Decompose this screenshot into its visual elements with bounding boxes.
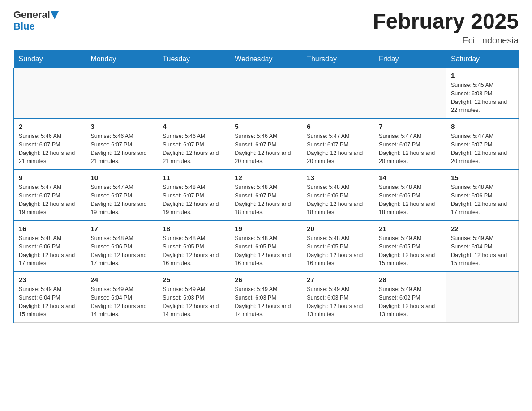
- header-row: SundayMondayTuesdayWednesdayThursdayFrid…: [14, 51, 519, 68]
- calendar-cell: [14, 68, 86, 119]
- header-day-wednesday: Wednesday: [230, 51, 302, 68]
- header-day-saturday: Saturday: [446, 51, 519, 68]
- day-number: 22: [451, 225, 514, 232]
- header-day-thursday: Thursday: [302, 51, 374, 68]
- calendar-cell: 10Sunrise: 5:47 AM Sunset: 6:07 PM Dayli…: [86, 170, 158, 221]
- day-number: 21: [379, 225, 442, 232]
- week-row-1: 1Sunrise: 5:45 AM Sunset: 6:08 PM Daylig…: [14, 68, 519, 119]
- day-number: 4: [163, 123, 225, 130]
- day-number: 20: [307, 225, 369, 232]
- calendar-cell: 5Sunrise: 5:46 AM Sunset: 6:07 PM Daylig…: [230, 119, 302, 170]
- week-row-3: 9Sunrise: 5:47 AM Sunset: 6:07 PM Daylig…: [14, 170, 519, 221]
- day-info: Sunrise: 5:46 AM Sunset: 6:07 PM Dayligh…: [163, 132, 225, 166]
- header-day-monday: Monday: [86, 51, 158, 68]
- page-header: General Blue February 2025 Eci, Indonesi…: [13, 9, 519, 46]
- day-number: 28: [379, 276, 442, 283]
- calendar-subtitle: Eci, Indonesia: [373, 35, 519, 46]
- day-info: Sunrise: 5:49 AM Sunset: 6:03 PM Dayligh…: [235, 285, 297, 319]
- calendar-cell: [446, 272, 519, 323]
- calendar-cell: 15Sunrise: 5:48 AM Sunset: 6:06 PM Dayli…: [446, 170, 519, 221]
- calendar-cell: 3Sunrise: 5:46 AM Sunset: 6:07 PM Daylig…: [86, 119, 158, 170]
- day-info: Sunrise: 5:47 AM Sunset: 6:07 PM Dayligh…: [90, 183, 153, 217]
- day-number: 17: [90, 225, 153, 232]
- day-info: Sunrise: 5:49 AM Sunset: 6:04 PM Dayligh…: [451, 234, 514, 268]
- day-number: 27: [307, 276, 369, 283]
- day-number: 18: [163, 225, 225, 232]
- day-number: 1: [451, 72, 514, 79]
- day-info: Sunrise: 5:49 AM Sunset: 6:03 PM Dayligh…: [163, 285, 225, 319]
- day-info: Sunrise: 5:47 AM Sunset: 6:07 PM Dayligh…: [307, 132, 369, 166]
- day-number: 3: [90, 123, 153, 130]
- day-info: Sunrise: 5:49 AM Sunset: 6:03 PM Dayligh…: [307, 285, 369, 319]
- day-info: Sunrise: 5:48 AM Sunset: 6:07 PM Dayligh…: [235, 183, 297, 217]
- day-number: 5: [235, 123, 297, 130]
- day-info: Sunrise: 5:48 AM Sunset: 6:06 PM Dayligh…: [379, 183, 442, 217]
- calendar-cell: 14Sunrise: 5:48 AM Sunset: 6:06 PM Dayli…: [374, 170, 446, 221]
- day-info: Sunrise: 5:49 AM Sunset: 6:05 PM Dayligh…: [379, 234, 442, 268]
- day-number: 16: [19, 225, 81, 232]
- day-info: Sunrise: 5:48 AM Sunset: 6:06 PM Dayligh…: [19, 234, 81, 268]
- calendar-title: February 2025: [373, 9, 519, 34]
- calendar-cell: 24Sunrise: 5:49 AM Sunset: 6:04 PM Dayli…: [86, 272, 158, 323]
- header-day-friday: Friday: [374, 51, 446, 68]
- calendar-body: 1Sunrise: 5:45 AM Sunset: 6:08 PM Daylig…: [14, 68, 519, 323]
- day-info: Sunrise: 5:48 AM Sunset: 6:07 PM Dayligh…: [163, 183, 225, 217]
- day-number: 7: [379, 123, 442, 130]
- day-number: 23: [19, 276, 81, 283]
- calendar-cell: [374, 68, 446, 119]
- day-info: Sunrise: 5:46 AM Sunset: 6:07 PM Dayligh…: [90, 132, 153, 166]
- day-number: 12: [235, 174, 297, 181]
- calendar-cell: 9Sunrise: 5:47 AM Sunset: 6:07 PM Daylig…: [14, 170, 86, 221]
- day-info: Sunrise: 5:46 AM Sunset: 6:07 PM Dayligh…: [19, 132, 81, 166]
- day-number: 6: [307, 123, 369, 130]
- calendar-cell: 13Sunrise: 5:48 AM Sunset: 6:06 PM Dayli…: [302, 170, 374, 221]
- day-number: 19: [235, 225, 297, 232]
- calendar-cell: 18Sunrise: 5:48 AM Sunset: 6:05 PM Dayli…: [158, 221, 230, 272]
- day-info: Sunrise: 5:48 AM Sunset: 6:06 PM Dayligh…: [451, 183, 514, 217]
- logo-blue-text: Blue: [13, 21, 35, 32]
- day-info: Sunrise: 5:49 AM Sunset: 6:04 PM Dayligh…: [19, 285, 81, 319]
- calendar-cell: 11Sunrise: 5:48 AM Sunset: 6:07 PM Dayli…: [158, 170, 230, 221]
- logo-general-text: General: [13, 9, 50, 21]
- calendar-cell: 4Sunrise: 5:46 AM Sunset: 6:07 PM Daylig…: [158, 119, 230, 170]
- day-info: Sunrise: 5:48 AM Sunset: 6:06 PM Dayligh…: [90, 234, 153, 268]
- day-info: Sunrise: 5:49 AM Sunset: 6:02 PM Dayligh…: [379, 285, 442, 319]
- calendar-cell: 19Sunrise: 5:48 AM Sunset: 6:05 PM Dayli…: [230, 221, 302, 272]
- day-info: Sunrise: 5:48 AM Sunset: 6:06 PM Dayligh…: [307, 183, 369, 217]
- week-row-4: 16Sunrise: 5:48 AM Sunset: 6:06 PM Dayli…: [14, 221, 519, 272]
- calendar-cell: 28Sunrise: 5:49 AM Sunset: 6:02 PM Dayli…: [374, 272, 446, 323]
- header-day-sunday: Sunday: [14, 51, 86, 68]
- calendar-cell: 1Sunrise: 5:45 AM Sunset: 6:08 PM Daylig…: [446, 68, 519, 119]
- day-info: Sunrise: 5:46 AM Sunset: 6:07 PM Dayligh…: [235, 132, 297, 166]
- calendar-cell: 26Sunrise: 5:49 AM Sunset: 6:03 PM Dayli…: [230, 272, 302, 323]
- day-info: Sunrise: 5:47 AM Sunset: 6:07 PM Dayligh…: [379, 132, 442, 166]
- day-number: 13: [307, 174, 369, 181]
- calendar-cell: 8Sunrise: 5:47 AM Sunset: 6:07 PM Daylig…: [446, 119, 519, 170]
- calendar-cell: 22Sunrise: 5:49 AM Sunset: 6:04 PM Dayli…: [446, 221, 519, 272]
- calendar-cell: 2Sunrise: 5:46 AM Sunset: 6:07 PM Daylig…: [14, 119, 86, 170]
- week-row-5: 23Sunrise: 5:49 AM Sunset: 6:04 PM Dayli…: [14, 272, 519, 323]
- header-day-tuesday: Tuesday: [158, 51, 230, 68]
- calendar-cell: 27Sunrise: 5:49 AM Sunset: 6:03 PM Dayli…: [302, 272, 374, 323]
- day-number: 10: [90, 174, 153, 181]
- calendar-cell: 17Sunrise: 5:48 AM Sunset: 6:06 PM Dayli…: [86, 221, 158, 272]
- day-info: Sunrise: 5:48 AM Sunset: 6:05 PM Dayligh…: [235, 234, 297, 268]
- calendar-cell: 6Sunrise: 5:47 AM Sunset: 6:07 PM Daylig…: [302, 119, 374, 170]
- calendar-cell: 23Sunrise: 5:49 AM Sunset: 6:04 PM Dayli…: [14, 272, 86, 323]
- calendar-cell: [302, 68, 374, 119]
- day-number: 9: [19, 174, 81, 181]
- day-number: 14: [379, 174, 442, 181]
- day-info: Sunrise: 5:48 AM Sunset: 6:05 PM Dayligh…: [307, 234, 369, 268]
- svg-marker-0: [51, 11, 59, 19]
- week-row-2: 2Sunrise: 5:46 AM Sunset: 6:07 PM Daylig…: [14, 119, 519, 170]
- day-info: Sunrise: 5:48 AM Sunset: 6:05 PM Dayligh…: [163, 234, 225, 268]
- calendar-table: SundayMondayTuesdayWednesdayThursdayFrid…: [13, 50, 519, 323]
- calendar-cell: [230, 68, 302, 119]
- day-number: 2: [19, 123, 81, 130]
- day-info: Sunrise: 5:45 AM Sunset: 6:08 PM Dayligh…: [451, 81, 514, 115]
- calendar-cell: 12Sunrise: 5:48 AM Sunset: 6:07 PM Dayli…: [230, 170, 302, 221]
- day-number: 15: [451, 174, 514, 181]
- logo: General Blue: [13, 9, 59, 32]
- calendar-cell: 7Sunrise: 5:47 AM Sunset: 6:07 PM Daylig…: [374, 119, 446, 170]
- title-block: February 2025 Eci, Indonesia: [373, 9, 519, 46]
